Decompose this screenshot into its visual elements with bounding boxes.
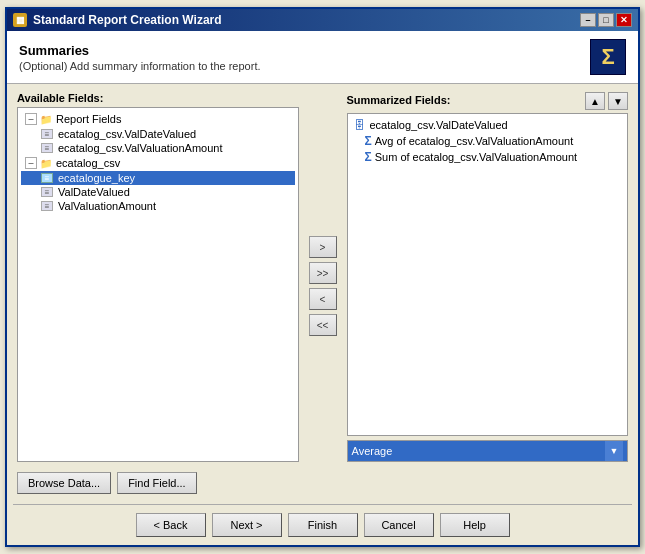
sort-down-button[interactable]: ▼ xyxy=(608,92,628,110)
add-all-button[interactable]: >> xyxy=(309,262,337,284)
summary-type-dropdown[interactable]: Average ▼ xyxy=(347,440,629,462)
tree-label-val-date-2: ValDateValued xyxy=(58,186,130,198)
header-text: Summaries (Optional) Add summary informa… xyxy=(19,43,261,72)
tree-field-val-date-1[interactable]: ≡ ecatalog_csv.ValDateValued xyxy=(21,127,295,141)
bottom-action-row: Browse Data... Find Field... xyxy=(17,468,628,496)
close-button[interactable]: ✕ xyxy=(616,13,632,27)
tree-field-val-amount-2[interactable]: ≡ ValValuationAmount xyxy=(21,199,295,213)
summary-field-date[interactable]: 🗄 ecatalog_csv.ValDateValued xyxy=(351,117,625,133)
summary-type-value: Average xyxy=(352,445,393,457)
summary-avg-label: Avg of ecatalog_csv.ValValuationAmount xyxy=(375,135,574,147)
remove-one-button[interactable]: < xyxy=(309,288,337,310)
remove-all-button[interactable]: << xyxy=(309,314,337,336)
main-content: Available Fields: – 📁 Report Fields ≡ ec… xyxy=(7,84,638,504)
dropdown-arrow-icon: ▼ xyxy=(605,441,623,461)
header-area: Summaries (Optional) Add summary informa… xyxy=(7,31,638,84)
summary-field-date-label: ecatalog_csv.ValDateValued xyxy=(370,119,508,131)
tree-field-val-date-2[interactable]: ≡ ValDateValued xyxy=(21,185,295,199)
panels-row: Available Fields: – 📁 Report Fields ≡ ec… xyxy=(17,92,628,462)
title-bar: ▦ Standard Report Creation Wizard – □ ✕ xyxy=(7,9,638,31)
tree-label-val-date-1: ecatalog_csv.ValDateValued xyxy=(58,128,196,140)
available-fields-tree[interactable]: – 📁 Report Fields ≡ ecatalog_csv.ValDate… xyxy=(17,107,299,462)
back-button[interactable]: < Back xyxy=(136,513,206,537)
cancel-button[interactable]: Cancel xyxy=(364,513,434,537)
tree-label-report-fields: Report Fields xyxy=(56,113,121,125)
tree-node-ecatalog[interactable]: – 📁 ecatalog_csv xyxy=(21,155,295,171)
middle-buttons: > >> < << xyxy=(305,110,341,462)
expander-ecatalog[interactable]: – xyxy=(25,157,37,169)
wizard-window: ▦ Standard Report Creation Wizard – □ ✕ … xyxy=(5,7,640,547)
tree-label-val-amount-2: ValValuationAmount xyxy=(58,200,156,212)
tree-label-ecatalog: ecatalog_csv xyxy=(56,157,120,169)
folder-icon-ecatalog: 📁 xyxy=(39,156,53,170)
summary-type-row: Average ▼ xyxy=(347,440,629,462)
summarized-fields-box[interactable]: 🗄 ecatalog_csv.ValDateValued Σ Avg of ec… xyxy=(347,113,629,436)
add-one-button[interactable]: > xyxy=(309,236,337,258)
field-icon-4: ≡ xyxy=(41,187,53,197)
summary-sum-label: Sum of ecatalog_csv.ValValuationAmount xyxy=(375,151,577,163)
field-icon-1: ≡ xyxy=(41,129,53,139)
finish-button[interactable]: Finish xyxy=(288,513,358,537)
title-bar-title: Standard Report Creation Wizard xyxy=(33,13,574,27)
header-subtitle: (Optional) Add summary information to th… xyxy=(19,60,261,72)
tree-node-report-fields[interactable]: – 📁 Report Fields xyxy=(21,111,295,127)
summary-avg-item[interactable]: Σ Avg of ecatalog_csv.ValValuationAmount xyxy=(351,133,625,149)
db-icon-date: 🗄 xyxy=(353,118,367,132)
find-field-button[interactable]: Find Field... xyxy=(117,472,196,494)
minimize-button[interactable]: – xyxy=(580,13,596,27)
summarized-header: Summarized Fields: ▲ ▼ xyxy=(347,92,629,110)
sort-up-button[interactable]: ▲ xyxy=(585,92,605,110)
next-button[interactable]: Next > xyxy=(212,513,282,537)
summarized-fields-label: Summarized Fields: xyxy=(347,94,451,106)
folder-icon-report-fields: 📁 xyxy=(39,112,53,126)
sigma-icon-avg: Σ xyxy=(365,134,372,148)
expander-report-fields[interactable]: – xyxy=(25,113,37,125)
field-icon-3: ≡ xyxy=(41,173,53,183)
field-icon-5: ≡ xyxy=(41,201,53,211)
footer-buttons: < Back Next > Finish Cancel Help xyxy=(7,505,638,545)
sort-arrows: ▲ ▼ xyxy=(585,92,628,110)
maximize-button[interactable]: □ xyxy=(598,13,614,27)
header-title: Summaries xyxy=(19,43,261,58)
tree-field-val-amount-1[interactable]: ≡ ecatalog_csv.ValValuationAmount xyxy=(21,141,295,155)
sigma-icon-sum: Σ xyxy=(365,150,372,164)
help-button[interactable]: Help xyxy=(440,513,510,537)
left-panel: Available Fields: – 📁 Report Fields ≡ ec… xyxy=(17,92,299,462)
available-fields-label: Available Fields: xyxy=(17,92,299,104)
title-bar-buttons: – □ ✕ xyxy=(580,13,632,27)
sigma-header-icon: Σ xyxy=(590,39,626,75)
title-bar-icon: ▦ xyxy=(13,13,27,27)
browse-data-button[interactable]: Browse Data... xyxy=(17,472,111,494)
tree-label-val-amount-1: ecatalog_csv.ValValuationAmount xyxy=(58,142,223,154)
field-icon-2: ≡ xyxy=(41,143,53,153)
summary-sum-item[interactable]: Σ Sum of ecatalog_csv.ValValuationAmount xyxy=(351,149,625,165)
tree-field-catalogue-key[interactable]: ≡ ecatalogue_key xyxy=(21,171,295,185)
right-panel: Summarized Fields: ▲ ▼ 🗄 ecatalog_csv.Va… xyxy=(347,92,629,462)
tree-label-catalogue-key: ecatalogue_key xyxy=(58,172,135,184)
